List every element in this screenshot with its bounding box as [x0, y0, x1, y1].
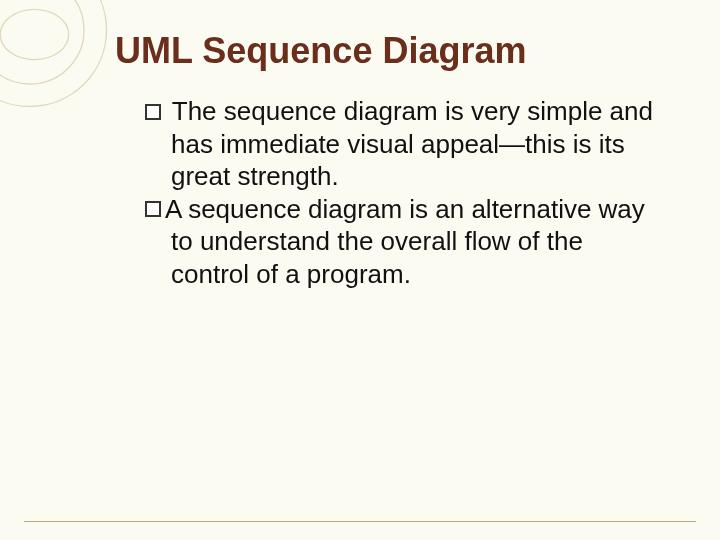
- bullet-item: The sequence diagram is very simple and …: [145, 95, 660, 193]
- slide-body: The sequence diagram is very simple and …: [115, 95, 660, 290]
- bullet-text: The sequence diagram is very simple and …: [165, 96, 653, 191]
- checkbox-icon: [145, 201, 161, 217]
- checkbox-icon: [145, 104, 161, 120]
- bottom-divider: [24, 521, 696, 522]
- slide: UML Sequence Diagram The sequence diagra…: [0, 0, 720, 320]
- bullet-text: A sequence diagram is an alternative way…: [165, 194, 645, 289]
- bullet-item: A sequence diagram is an alternative way…: [145, 193, 660, 291]
- slide-title: UML Sequence Diagram: [115, 30, 660, 71]
